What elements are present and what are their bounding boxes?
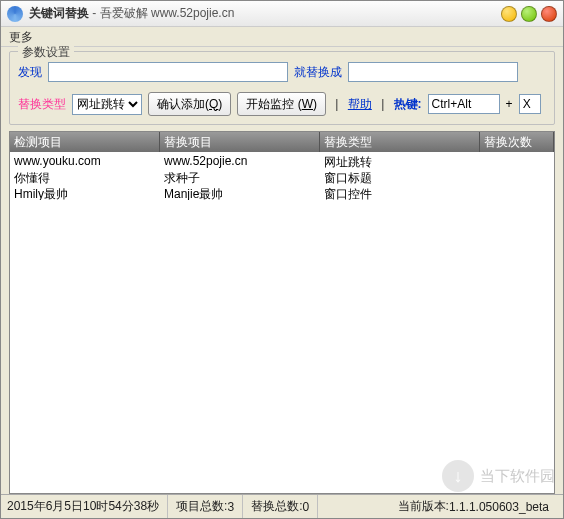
- cell: Manjie最帅: [160, 184, 320, 200]
- hotkey-key-input[interactable]: [519, 94, 541, 114]
- maximize-button[interactable]: [521, 6, 537, 22]
- menu-more[interactable]: 更多: [9, 30, 33, 44]
- plus-sign: +: [506, 97, 513, 111]
- close-button[interactable]: [541, 6, 557, 22]
- type-label: 替换类型: [18, 96, 66, 113]
- replace-label: 就替换成: [294, 64, 342, 81]
- title-main: 关键词替换: [29, 6, 89, 20]
- col-detect[interactable]: 检测项目: [10, 132, 160, 152]
- cell: www.52pojie.cn: [160, 152, 320, 168]
- list-view: 检测项目 替换项目 替换类型 替换次数 www.youku.comwww.52p…: [9, 131, 555, 494]
- find-input[interactable]: [48, 62, 288, 82]
- col-replace[interactable]: 替换项目: [160, 132, 320, 152]
- separator: |: [378, 97, 388, 111]
- status-project-count: 项目总数:3: [176, 495, 243, 518]
- table-row[interactable]: www.youku.comwww.52pojie.cn网址跳转: [10, 152, 554, 168]
- help-link[interactable]: 帮助: [348, 96, 372, 113]
- app-icon: [7, 6, 23, 22]
- find-label: 发现: [18, 64, 42, 81]
- list-header: 检测项目 替换项目 替换类型 替换次数: [10, 132, 554, 152]
- row-controls: 替换类型 网址跳转 确认添加(Q) 开始监控 (W) | 帮助 | 热键: +: [18, 92, 546, 116]
- title-sub: - 吾爱破解 www.52pojie.cn: [89, 6, 234, 20]
- cell: 网址跳转: [320, 152, 480, 168]
- table-row[interactable]: Hmily最帅Manjie最帅窗口控件: [10, 184, 554, 200]
- status-version: 当前版本:1.1.1.050603_beta: [398, 495, 557, 518]
- start-monitor-button[interactable]: 开始监控 (W): [237, 92, 326, 116]
- title-bar[interactable]: 关键词替换 - 吾爱破解 www.52pojie.cn: [1, 1, 563, 27]
- col-type[interactable]: 替换类型: [320, 132, 480, 152]
- menu-bar: 更多: [1, 27, 563, 47]
- row-find-replace: 发现 就替换成: [18, 62, 546, 82]
- col-count[interactable]: 替换次数: [480, 132, 554, 152]
- hotkey-label: 热键:: [394, 96, 422, 113]
- window-title: 关键词替换 - 吾爱破解 www.52pojie.cn: [29, 5, 234, 22]
- cell: www.youku.com: [10, 152, 160, 168]
- confirm-add-button[interactable]: 确认添加(Q): [148, 92, 231, 116]
- replace-input[interactable]: [348, 62, 518, 82]
- cell: 窗口标题: [320, 168, 480, 184]
- type-select[interactable]: 网址跳转: [72, 94, 142, 115]
- cell: Hmily最帅: [10, 184, 160, 200]
- list-body[interactable]: www.youku.comwww.52pojie.cn网址跳转你懂得求种子窗口标…: [10, 152, 554, 493]
- cell: [480, 184, 554, 200]
- hotkey-mod-input[interactable]: [428, 94, 500, 114]
- window-buttons: [501, 6, 557, 22]
- status-time: 2015年6月5日10时54分38秒: [7, 495, 168, 518]
- cell: [480, 168, 554, 184]
- cell: 求种子: [160, 168, 320, 184]
- settings-panel: 参数设置 发现 就替换成 替换类型 网址跳转 确认添加(Q) 开始监控 (W) …: [9, 51, 555, 125]
- separator: |: [332, 97, 342, 111]
- cell: 你懂得: [10, 168, 160, 184]
- status-replace-count: 替换总数:0: [251, 495, 318, 518]
- app-window: 关键词替换 - 吾爱破解 www.52pojie.cn 更多 参数设置 发现 就…: [0, 0, 564, 519]
- panel-legend: 参数设置: [18, 44, 74, 61]
- cell: [480, 152, 554, 168]
- cell: 窗口控件: [320, 184, 480, 200]
- status-bar: 2015年6月5日10时54分38秒 项目总数:3 替换总数:0 当前版本:1.…: [1, 494, 563, 518]
- table-row[interactable]: 你懂得求种子窗口标题: [10, 168, 554, 184]
- minimize-button[interactable]: [501, 6, 517, 22]
